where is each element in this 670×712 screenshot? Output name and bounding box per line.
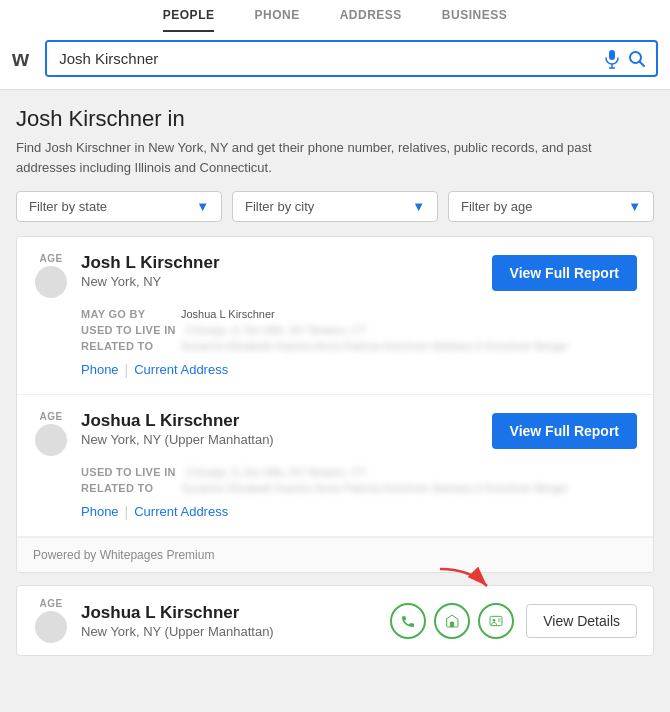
bottom-age-avatar bbox=[35, 611, 67, 643]
used-to-live-row-1: USED TO LIVE IN Chicago, IL Dix Hills, N… bbox=[81, 324, 637, 336]
related-to-label-1: RELATED TO bbox=[81, 340, 171, 352]
search-input[interactable] bbox=[47, 42, 594, 75]
tab-people[interactable]: PEOPLE bbox=[163, 8, 215, 32]
related-to-row-1: RELATED TO Suzanne Elizabeth Kamins Anna… bbox=[81, 340, 637, 352]
related-to-label-2: RELATED TO bbox=[81, 482, 171, 494]
result-top-1: AGE Josh L Kirschner New York, NY View F… bbox=[33, 253, 637, 298]
result-info-1: Josh L Kirschner New York, NY bbox=[81, 253, 480, 289]
age-block-1: AGE bbox=[33, 253, 69, 298]
search-submit-icon[interactable] bbox=[628, 50, 646, 68]
search-wrapper bbox=[45, 40, 658, 77]
age-block-2: AGE bbox=[33, 411, 69, 456]
arrow-container bbox=[435, 564, 495, 597]
filter-age[interactable]: Filter by age ▼ bbox=[448, 191, 654, 222]
result-links-2: Phone | Current Address bbox=[81, 504, 637, 520]
logo: w bbox=[12, 46, 29, 72]
bottom-age-label: AGE bbox=[39, 598, 62, 609]
svg-line-4 bbox=[640, 61, 645, 66]
filter-city-label: Filter by city bbox=[245, 199, 314, 214]
tab-business[interactable]: BUSINESS bbox=[442, 8, 507, 32]
person-location-1: New York, NY bbox=[81, 274, 480, 289]
age-avatar-2 bbox=[35, 424, 67, 456]
filter-age-label: Filter by age bbox=[461, 199, 533, 214]
view-details-button[interactable]: View Details bbox=[526, 604, 637, 638]
chevron-down-icon: ▼ bbox=[412, 199, 425, 214]
filter-state[interactable]: Filter by state ▼ bbox=[16, 191, 222, 222]
age-avatar-1 bbox=[35, 266, 67, 298]
result-item-2: AGE Joshua L Kirschner New York, NY (Upp… bbox=[17, 395, 653, 537]
may-go-by-label: MAY GO BY bbox=[81, 308, 171, 320]
related-to-value-2: Suzanne Elizabeth Kamins Anna Patricia K… bbox=[181, 482, 568, 494]
used-to-live-row-2: USED TO LIVE IN Chicago, IL Dix Hills, N… bbox=[81, 466, 637, 478]
phone-link-2[interactable]: Phone bbox=[81, 504, 119, 520]
filter-state-label: Filter by state bbox=[29, 199, 107, 214]
bottom-person-info: Joshua L Kirschner New York, NY (Upper M… bbox=[81, 603, 378, 639]
results-card: AGE Josh L Kirschner New York, NY View F… bbox=[16, 236, 654, 573]
address-link-2[interactable]: Current Address bbox=[134, 504, 228, 520]
used-to-live-value-2: Chicago, IL Dix Hills, NY Newton, CT bbox=[186, 466, 366, 478]
tab-phone[interactable]: PHONE bbox=[254, 8, 299, 32]
header: PEOPLE PHONE ADDRESS BUSINESS w bbox=[0, 0, 670, 90]
svg-rect-6 bbox=[450, 621, 454, 626]
used-to-live-value-1: Chicago, IL Dix Hills, NY Newton, CT bbox=[186, 324, 366, 336]
mic-icon[interactable] bbox=[604, 49, 620, 69]
may-go-by-row: MAY GO BY Joshua L Kirschner bbox=[81, 308, 637, 320]
bottom-bar: AGE Joshua L Kirschner New York, NY (Upp… bbox=[16, 585, 654, 656]
view-full-report-button-2[interactable]: View Full Report bbox=[492, 413, 637, 449]
person-location-2: New York, NY (Upper Manhattan) bbox=[81, 432, 480, 447]
chevron-down-icon: ▼ bbox=[628, 199, 641, 214]
svg-point-8 bbox=[493, 619, 496, 622]
id-circle-icon bbox=[478, 603, 514, 639]
phone-link-1[interactable]: Phone bbox=[81, 362, 119, 378]
bottom-icons-group bbox=[390, 603, 514, 639]
chevron-down-icon: ▼ bbox=[196, 199, 209, 214]
tab-bar: PEOPLE PHONE ADDRESS BUSINESS bbox=[0, 0, 670, 32]
tab-address[interactable]: ADDRESS bbox=[340, 8, 402, 32]
used-to-live-label-2: USED TO LIVE IN bbox=[81, 466, 176, 478]
person-name-2: Joshua L Kirschner bbox=[81, 411, 480, 431]
address-link-1[interactable]: Current Address bbox=[134, 362, 228, 378]
result-item-1: AGE Josh L Kirschner New York, NY View F… bbox=[17, 237, 653, 395]
related-to-row-2: RELATED TO Suzanne Elizabeth Kamins Anna… bbox=[81, 482, 637, 494]
used-to-live-label-1: USED TO LIVE IN bbox=[81, 324, 176, 336]
result-links-1: Phone | Current Address bbox=[81, 362, 637, 378]
result-top-2: AGE Joshua L Kirschner New York, NY (Upp… bbox=[33, 411, 637, 456]
main-content: Josh Kirschner in Find Josh Kirschner in… bbox=[0, 90, 670, 573]
link-separator-2: | bbox=[125, 504, 129, 520]
home-circle-icon bbox=[434, 603, 470, 639]
bottom-person-location: New York, NY (Upper Manhattan) bbox=[81, 624, 378, 639]
result-info-2: Joshua L Kirschner New York, NY (Upper M… bbox=[81, 411, 480, 447]
powered-by: Powered by Whitepages Premium bbox=[17, 537, 653, 572]
related-to-value-1: Suzanne Elizabeth Kamins Anna Patricia K… bbox=[181, 340, 568, 352]
age-label-2: AGE bbox=[39, 411, 62, 422]
phone-circle-icon bbox=[390, 603, 426, 639]
result-details-2: USED TO LIVE IN Chicago, IL Dix Hills, N… bbox=[81, 466, 637, 494]
search-icons bbox=[594, 49, 656, 69]
result-details-1: MAY GO BY Joshua L Kirschner USED TO LIV… bbox=[81, 308, 637, 352]
bottom-person-name: Joshua L Kirschner bbox=[81, 603, 378, 623]
filter-city[interactable]: Filter by city ▼ bbox=[232, 191, 438, 222]
red-arrow-icon bbox=[435, 564, 495, 594]
search-bar: w bbox=[0, 32, 670, 89]
may-go-by-value: Joshua L Kirschner bbox=[181, 308, 275, 320]
filters-row: Filter by state ▼ Filter by city ▼ Filte… bbox=[16, 191, 654, 222]
bottom-bar-wrapper: AGE Joshua L Kirschner New York, NY (Upp… bbox=[0, 585, 670, 672]
bottom-age-block: AGE bbox=[33, 598, 69, 643]
link-separator-1: | bbox=[125, 362, 129, 378]
result-title: Josh Kirschner in bbox=[16, 106, 654, 132]
age-label-1: AGE bbox=[39, 253, 62, 264]
person-name-1: Josh L Kirschner bbox=[81, 253, 480, 273]
view-full-report-button-1[interactable]: View Full Report bbox=[492, 255, 637, 291]
svg-rect-0 bbox=[609, 50, 615, 60]
result-subtitle: Find Josh Kirschner in New York, NY and … bbox=[16, 138, 654, 177]
